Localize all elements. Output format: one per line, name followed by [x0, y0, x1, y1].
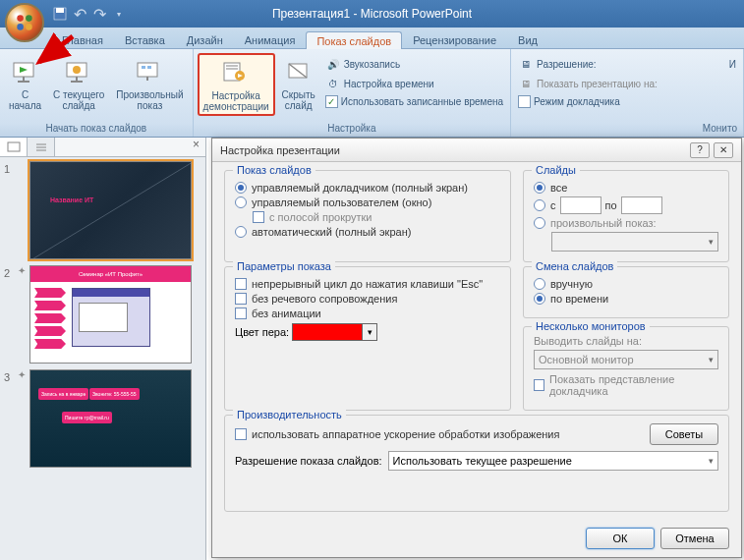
monitors-fieldset: Несколько мониторов Выводить слайды на: … — [523, 326, 729, 411]
svg-rect-16 — [138, 63, 157, 77]
tab-review[interactable]: Рецензирование — [402, 30, 507, 48]
svg-rect-11 — [18, 81, 29, 83]
custom-show-button[interactable]: Произвольный показ — [111, 53, 188, 114]
close-button[interactable]: ✕ — [714, 142, 733, 158]
resolution-row: 🖥Разрешение:И — [517, 55, 737, 73]
setup-show-button[interactable]: Настройка демонстрации — [198, 53, 275, 116]
pen-color-dropdown[interactable]: ▾ — [363, 323, 377, 341]
slide-thumbnail-3[interactable]: 3 ✦ Запись на в январе Звоните: 55-555-5… — [4, 369, 201, 468]
radio-icon — [534, 293, 545, 305]
tab-home[interactable]: Главная — [51, 30, 114, 48]
cancel-button[interactable]: Отмена — [660, 528, 729, 549]
setup-show-icon — [220, 57, 252, 88]
radio-icon — [534, 199, 545, 211]
svg-point-0 — [17, 15, 24, 22]
slides-tab[interactable] — [0, 138, 28, 156]
use-timings-checkbox[interactable]: ✓Использовать записанные времена — [324, 94, 504, 109]
ok-button[interactable]: ОК — [586, 528, 655, 549]
slide-thumbnail-1[interactable]: 1 Название ИТ — [4, 161, 201, 259]
from-start-button[interactable]: С начала — [4, 53, 46, 114]
play-from-start-icon — [10, 56, 41, 87]
from-spinner[interactable] — [560, 196, 601, 214]
check-no-animation[interactable]: без анимации — [235, 308, 500, 319]
check-hw-accel[interactable]: использовать аппаратное ускорение обрабо… — [235, 428, 650, 440]
checkbox-icon — [235, 278, 247, 290]
monitor-icon: 🖥 — [518, 56, 534, 72]
tips-button[interactable]: Советы — [650, 423, 718, 445]
radio-custom-show: произвольный показ: — [534, 217, 718, 229]
checkbox-icon — [235, 308, 247, 319]
panel-close-button[interactable]: × — [187, 138, 205, 156]
radio-icon — [534, 182, 545, 194]
resolution-label: Разрешение показа слайдов: — [235, 455, 382, 467]
tab-slideshow[interactable]: Показ слайдов — [306, 31, 402, 49]
tab-animation[interactable]: Анимация — [234, 30, 307, 48]
checkbox-icon — [235, 293, 247, 305]
checkbox-icon — [235, 428, 247, 440]
ribbon: С начала С текущего слайда Произвольный … — [0, 49, 744, 138]
hide-slide-button[interactable]: Скрыть слайд — [277, 53, 320, 114]
to-spinner[interactable] — [621, 196, 662, 214]
tab-design[interactable]: Дизайн — [176, 30, 234, 48]
svg-rect-22 — [226, 68, 238, 70]
help-button[interactable]: ? — [690, 142, 710, 158]
office-button[interactable] — [5, 3, 44, 42]
slide-thumbnail-2[interactable]: 2 ✦ Семинар «ИТ Профит» — [4, 265, 201, 364]
rehearse-timings-button[interactable]: ⏱Настройка времени — [324, 75, 504, 92]
tab-view[interactable]: Вид — [507, 30, 548, 48]
checkbox-icon: ✓ — [325, 95, 338, 108]
ribbon-tabs: Главная Вставка Дизайн Анимация Показ сл… — [0, 28, 744, 49]
custom-show-dropdown — [551, 232, 718, 252]
presenter-view-checkbox[interactable]: Режим докладчика — [517, 94, 737, 109]
svg-rect-17 — [142, 66, 145, 69]
check-scrollbar: с полосой прокрутки — [253, 211, 500, 223]
custom-show-icon — [134, 56, 165, 87]
radio-manual[interactable]: вручную — [534, 278, 718, 290]
slide-panel: × 1 Название ИТ 2 ✦ Семинар «ИТ Профит» … — [0, 138, 206, 560]
show-on-row: 🖥Показать презентацию на: — [517, 75, 737, 92]
radio-timings[interactable]: по времени — [534, 293, 718, 305]
radio-individual[interactable]: управляемый пользователем (окно) — [235, 196, 500, 208]
radio-all-slides[interactable]: все — [534, 182, 718, 194]
radio-speaker[interactable]: управляемый докладчиком (полный экран) — [235, 182, 500, 194]
radio-kiosk[interactable]: автоматический (полный экран) — [235, 226, 500, 238]
group-monitors: 🖥Разрешение:И 🖥Показать презентацию на: … — [511, 49, 744, 137]
from-current-button[interactable]: С текущего слайда — [48, 53, 109, 114]
window-title: Презентация1 - Microsoft PowerPoint — [272, 7, 472, 21]
check-presenter-view: Показать представление докладчика — [534, 373, 718, 397]
redo-icon[interactable]: ↷ — [90, 5, 108, 23]
svg-point-1 — [26, 15, 32, 22]
pen-color-swatch[interactable] — [292, 323, 363, 341]
group-start-label: Начать показ слайдов — [2, 122, 191, 135]
tab-insert[interactable]: Вставка — [114, 30, 176, 48]
svg-rect-5 — [56, 8, 64, 13]
group-setup-label: Настройка — [196, 122, 508, 135]
panel-tabs: × — [0, 138, 205, 157]
monitor-icon: 🖥 — [518, 76, 534, 91]
quick-access-toolbar: ↶ ↷ ▾ — [51, 0, 128, 28]
monitor-dropdown: Основной монитор — [534, 350, 718, 369]
undo-icon[interactable]: ↶ — [71, 5, 88, 23]
check-no-narration[interactable]: без речевого сопровождения — [235, 293, 500, 305]
radio-icon — [534, 217, 545, 229]
checkbox-icon — [534, 379, 544, 391]
save-icon[interactable] — [51, 5, 69, 23]
svg-point-13 — [73, 66, 81, 74]
play-from-current-icon — [63, 56, 94, 87]
dialog-titlebar: Настройка презентации ? ✕ — [212, 139, 741, 162]
advance-fieldset: Смена слайдов вручную по времени — [523, 266, 729, 318]
resolution-dropdown[interactable]: Использовать текущее разрешение — [388, 451, 718, 471]
radio-from-to[interactable]: с по — [534, 196, 718, 214]
dialog-title-text: Настройка презентации — [220, 144, 340, 156]
dialog-buttons: ОК Отмена — [212, 520, 741, 557]
monitor-output-label: Выводить слайды на: — [534, 335, 718, 347]
svg-rect-27 — [8, 142, 20, 151]
svg-rect-14 — [76, 77, 78, 81]
group-setup: Настройка демонстрации Скрыть слайд 🔊Зву… — [194, 49, 511, 137]
microphone-icon: 🔊 — [325, 56, 341, 72]
qat-dropdown-icon[interactable]: ▾ — [110, 5, 128, 23]
outline-tab[interactable] — [28, 138, 55, 156]
radio-icon — [534, 278, 545, 290]
check-loop[interactable]: непрерывный цикл до нажатия клавиши "Esc… — [235, 278, 500, 290]
record-narration-button[interactable]: 🔊Звукозапись — [324, 55, 504, 73]
